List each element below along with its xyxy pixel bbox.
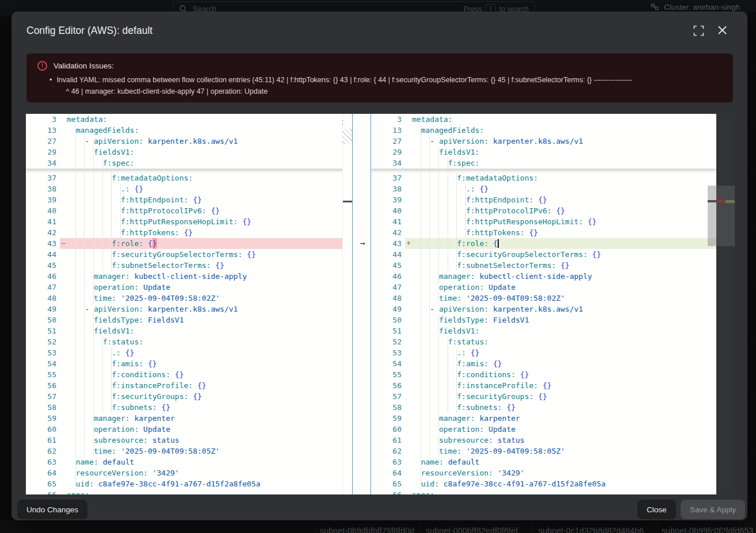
line-number: 57 bbox=[371, 391, 405, 402]
sticky-line[interactable]: 13 managedFields: bbox=[371, 125, 716, 136]
code-line[interactable]: 56 f:instanceProfile: {} bbox=[26, 380, 342, 391]
code-line[interactable]: 50 fieldsType: FieldsV1 bbox=[371, 315, 716, 325]
code-line[interactable]: 54 f:amis: {} bbox=[371, 358, 716, 369]
code-text: f:instanceProfile: {} bbox=[412, 380, 716, 391]
code-text: f:status: bbox=[67, 336, 342, 347]
diff-sign bbox=[405, 172, 412, 183]
code-line[interactable]: 58 f:subnets: {} bbox=[26, 402, 342, 413]
code-line[interactable]: 59 manager: karpenter bbox=[26, 413, 342, 424]
code-line[interactable]: 66spec: bbox=[26, 489, 342, 494]
code-line[interactable]: 38 .: {} bbox=[371, 183, 716, 194]
code-line[interactable]: 62 time: '2025-09-04T09:58:05Z' bbox=[371, 446, 716, 457]
line-number: 64 bbox=[371, 467, 405, 478]
code-line[interactable]: 47 operation: Update bbox=[26, 282, 342, 293]
sticky-line[interactable]: 13 managedFields: bbox=[26, 125, 342, 136]
sticky-line[interactable]: 27 - apiVersion: karpenter.k8s.aws/v1 bbox=[26, 136, 342, 147]
code-line[interactable]: 57 f:securityGroups: {} bbox=[371, 391, 716, 402]
code-line[interactable]: 59 manager: karpenter bbox=[371, 413, 716, 424]
code-line[interactable]: 37 f:metadataOptions: bbox=[26, 172, 342, 183]
code-line[interactable]: 45 f:subnetSelectorTerms: {} bbox=[26, 260, 342, 271]
code-line[interactable]: 63 name: default bbox=[26, 457, 342, 467]
code-line[interactable]: 55 f:conditions: {} bbox=[26, 369, 342, 380]
code-line[interactable]: 43− f:role: {} bbox=[26, 238, 342, 249]
sticky-line[interactable]: 3metadata: bbox=[26, 114, 342, 125]
line-number: 52 bbox=[371, 336, 405, 347]
diff-sign bbox=[405, 249, 412, 260]
code-line[interactable]: 44 f:securityGroupSelectorTerms: {} bbox=[26, 249, 342, 260]
code-line[interactable]: 66spec: bbox=[371, 489, 716, 494]
diff-overview-ruler[interactable] bbox=[716, 114, 735, 494]
code-line[interactable]: 41 f:httpPutResponseHopLimit: {} bbox=[371, 216, 716, 227]
code-line[interactable]: 41 f:httpPutResponseHopLimit: {} bbox=[26, 216, 342, 227]
code-line[interactable]: 54 f:amis: {} bbox=[26, 358, 342, 369]
code-line[interactable]: 49 - apiVersion: karpenter.k8s.aws/v1 bbox=[26, 304, 342, 315]
code-line[interactable]: 47 operation: Update bbox=[371, 282, 716, 293]
code-line[interactable]: 53 .: {} bbox=[371, 347, 716, 358]
diff-pane-original[interactable]: 37 f:metadataOptions:38 .: {}39 f:httpEn… bbox=[26, 114, 342, 494]
diff-sign bbox=[60, 358, 67, 369]
code-line[interactable]: 61 subresource: status bbox=[26, 435, 342, 446]
code-line[interactable]: 42 f:httpTokens: {} bbox=[371, 227, 716, 238]
code-line[interactable]: 65 uid: c8afe97e-38cc-4f91-a767-d15f2a8f… bbox=[371, 478, 716, 489]
code-line[interactable]: 40 f:httpProtocolIPv6: {} bbox=[26, 205, 342, 216]
code-line[interactable]: 65 uid: c8afe97e-38cc-4f91-a767-d15f2a8f… bbox=[26, 478, 342, 489]
code-line[interactable]: 51 fieldsV1: bbox=[26, 325, 342, 336]
close-icon[interactable] bbox=[717, 25, 729, 37]
code-line[interactable]: 58 f:subnets: {} bbox=[371, 402, 716, 413]
code-line[interactable]: 39 f:httpEndpoint: {} bbox=[26, 194, 342, 205]
code-line[interactable]: 50 fieldsType: FieldsV1 bbox=[26, 315, 342, 325]
code-line[interactable]: 46 manager: kubectl-client-side-apply bbox=[26, 271, 342, 282]
code-line[interactable]: 37 f:metadataOptions: bbox=[371, 172, 716, 183]
line-number: 3 bbox=[371, 114, 405, 125]
sticky-line[interactable]: 3metadata: bbox=[371, 114, 716, 125]
code-line[interactable]: 39 f:httpEndpoint: {} bbox=[371, 194, 716, 205]
code-line[interactable]: 52 f:status: bbox=[371, 336, 716, 347]
code-line[interactable]: 38 .: {} bbox=[26, 183, 342, 194]
revert-change-arrow[interactable]: → bbox=[357, 238, 368, 249]
yaml-diff-editor[interactable]: 37 f:metadataOptions:38 .: {}39 f:httpEn… bbox=[26, 114, 735, 494]
code-line[interactable]: 55 f:conditions: {} bbox=[371, 369, 716, 380]
left-pane-overview-ruler[interactable]: at bbox=[342, 114, 352, 494]
diff-sign bbox=[60, 216, 67, 227]
fullscreen-expand-button[interactable] bbox=[693, 25, 705, 37]
scrollbar-slider[interactable] bbox=[708, 186, 716, 246]
code-line[interactable]: 51 fieldsV1: bbox=[371, 325, 716, 336]
sticky-line[interactable]: 34 f:spec: bbox=[26, 158, 342, 168]
code-line[interactable]: 61 subresource: status bbox=[371, 435, 716, 446]
code-line[interactable]: 62 time: '2025-09-04T09:58:05Z' bbox=[26, 446, 342, 457]
close-button[interactable]: Close bbox=[637, 500, 676, 519]
diff-sign bbox=[60, 194, 67, 205]
code-line[interactable]: 60 operation: Update bbox=[371, 424, 716, 435]
code-line[interactable]: 49 - apiVersion: karpenter.k8s.aws/v1 bbox=[371, 304, 716, 315]
right-pane-scrollbar[interactable] bbox=[708, 114, 716, 494]
code-line[interactable]: 46 manager: kubectl-client-side-apply bbox=[371, 271, 716, 282]
line-number: 57 bbox=[26, 391, 60, 402]
code-line[interactable]: 64 resourceVersion: '3429' bbox=[26, 467, 342, 478]
undo-changes-button[interactable]: Undo Changes bbox=[17, 500, 87, 519]
code-line[interactable]: 42 f:httpTokens: {} bbox=[26, 227, 342, 238]
code-line[interactable]: 45 f:subnetSelectorTerms: {} bbox=[371, 260, 716, 271]
code-line[interactable]: 56 f:instanceProfile: {} bbox=[371, 380, 716, 391]
code-line[interactable]: 63 name: default bbox=[371, 457, 716, 467]
sticky-line[interactable]: 34 f:spec: bbox=[371, 158, 716, 168]
code-text: f:metadataOptions: bbox=[67, 172, 342, 183]
code-line[interactable]: 64 resourceVersion: '3429' bbox=[371, 467, 716, 478]
sticky-line[interactable]: 29 fieldsV1: bbox=[371, 147, 716, 158]
diff-sign bbox=[405, 358, 412, 369]
code-line[interactable]: 52 f:status: bbox=[26, 336, 342, 347]
code-line[interactable]: 60 operation: Update bbox=[26, 424, 342, 435]
code-line[interactable]: 40 f:httpProtocolIPv6: {} bbox=[371, 205, 716, 216]
code-text: fieldsV1: bbox=[412, 325, 716, 336]
code-line[interactable]: 48 time: '2025-09-04T09:58:02Z' bbox=[26, 293, 342, 304]
code-line[interactable]: 48 time: '2025-09-04T09:58:02Z' bbox=[371, 293, 716, 304]
diff-sign bbox=[405, 227, 412, 238]
code-line[interactable]: 43+ f:role: { bbox=[371, 238, 716, 249]
save-apply-button[interactable]: Save & Apply bbox=[681, 500, 745, 519]
diff-pane-modified[interactable]: 37 f:metadataOptions:38 .: {}39 f:httpEn… bbox=[371, 114, 716, 494]
sticky-line[interactable]: 29 fieldsV1: bbox=[26, 147, 342, 158]
code-text: fieldsV1: bbox=[67, 325, 342, 336]
code-line[interactable]: 53 .: {} bbox=[26, 347, 342, 358]
sticky-line[interactable]: 27 - apiVersion: karpenter.k8s.aws/v1 bbox=[371, 136, 716, 147]
code-line[interactable]: 57 f:securityGroups: {} bbox=[26, 391, 342, 402]
code-line[interactable]: 44 f:securityGroupSelectorTerms: {} bbox=[371, 249, 716, 260]
